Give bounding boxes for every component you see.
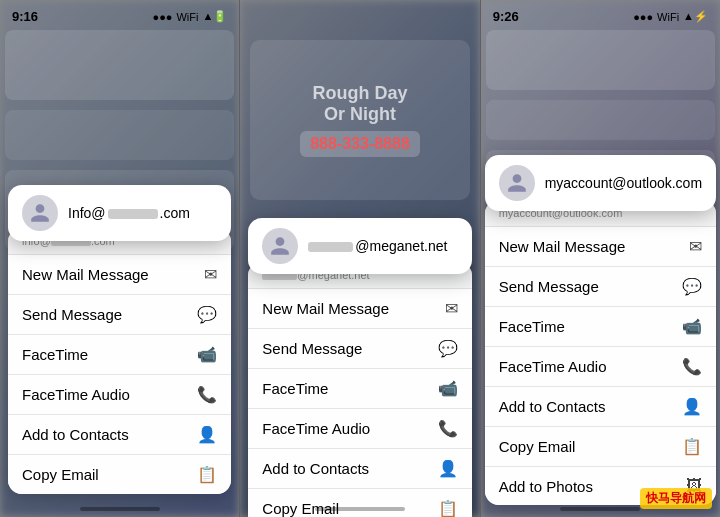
left-battery-icon: ▲🔋 (202, 10, 227, 23)
left-menu-send-message[interactable]: Send Message 💬 (8, 295, 231, 335)
left-menu-new-mail[interactable]: New Mail Message ✉ (8, 255, 231, 295)
mid-menu-send-message[interactable]: Send Message 💬 (248, 329, 471, 369)
right-menu-new-mail-label: New Mail Message (499, 238, 626, 255)
right-menu-copy-email[interactable]: Copy Email 📋 (485, 427, 716, 467)
left-menu-add-contacts-icon: 👤 (197, 425, 217, 444)
left-menu-copy-email-icon: 📋 (197, 465, 217, 484)
mid-menu-send-message-icon: 💬 (438, 339, 458, 358)
mid-menu-new-mail-label: New Mail Message (262, 300, 389, 317)
left-avatar-icon (29, 202, 51, 224)
right-wifi-icon: WiFi (657, 11, 679, 23)
left-menu-facetime-icon: 📹 (197, 345, 217, 364)
left-menu-facetime-audio[interactable]: FaceTime Audio 📞 (8, 375, 231, 415)
right-menu-facetime[interactable]: FaceTime 📹 (485, 307, 716, 347)
right-context-menu: myaccount@outlook.com New Mail Message ✉… (485, 200, 716, 505)
left-panel: 9:16 ●●● WiFi ▲🔋 Info@.com info@.com New… (0, 0, 239, 517)
mid-bg-phone: 888-333-8888 (300, 131, 420, 157)
right-signal-icon: ●●● (633, 11, 653, 23)
left-menu-copy-email[interactable]: Copy Email 📋 (8, 455, 231, 494)
mid-menu-add-contacts[interactable]: Add to Contacts 👤 (248, 449, 471, 489)
right-menu-facetime-audio[interactable]: FaceTime Audio 📞 (485, 347, 716, 387)
right-menu-facetime-audio-icon: 📞 (682, 357, 702, 376)
left-menu-facetime-audio-label: FaceTime Audio (22, 386, 130, 403)
left-home-indicator (80, 507, 160, 511)
mid-menu-facetime-icon: 📹 (438, 379, 458, 398)
left-menu-add-contacts-label: Add to Contacts (22, 426, 129, 443)
right-avatar-icon (506, 172, 528, 194)
mid-menu-new-mail-icon: ✉ (445, 299, 458, 318)
left-contact-email: Info@.com (68, 205, 190, 221)
right-menu-send-message-icon: 💬 (682, 277, 702, 296)
right-battery-icon: ▲⚡ (683, 10, 708, 23)
mid-menu-add-contacts-icon: 👤 (438, 459, 458, 478)
mid-contact-card[interactable]: @meganet.net (248, 218, 471, 274)
mid-bg-headline: Rough DayOr Night (312, 83, 407, 125)
right-menu-add-contacts-label: Add to Contacts (499, 398, 606, 415)
left-menu-facetime[interactable]: FaceTime 📹 (8, 335, 231, 375)
mid-menu-facetime-audio[interactable]: FaceTime Audio 📞 (248, 409, 471, 449)
mid-menu-facetime-audio-icon: 📞 (438, 419, 458, 438)
left-menu-new-mail-label: New Mail Message (22, 266, 149, 283)
mid-menu-new-mail[interactable]: New Mail Message ✉ (248, 289, 471, 329)
left-menu-new-mail-icon: ✉ (204, 265, 217, 284)
right-status-bar: 9:26 ●●● WiFi ▲⚡ (481, 0, 720, 28)
mid-menu-copy-email-icon: 📋 (438, 499, 458, 517)
right-menu-facetime-icon: 📹 (682, 317, 702, 336)
left-menu-send-message-icon: 💬 (197, 305, 217, 324)
right-menu-new-mail-icon: ✉ (689, 237, 702, 256)
right-menu-add-contacts[interactable]: Add to Contacts 👤 (485, 387, 716, 427)
mid-menu-send-message-label: Send Message (262, 340, 362, 357)
mid-menu-add-contacts-label: Add to Contacts (262, 460, 369, 477)
right-avatar (499, 165, 535, 201)
left-status-icons: ●●● WiFi ▲🔋 (153, 10, 228, 23)
right-menu-facetime-label: FaceTime (499, 318, 565, 335)
mid-panel: Rough DayOr Night 888-333-8888 @meganet.… (240, 0, 479, 517)
right-menu-facetime-audio-label: FaceTime Audio (499, 358, 607, 375)
mid-menu-facetime-audio-label: FaceTime Audio (262, 420, 370, 437)
right-contact-email: myaccount@outlook.com (545, 175, 702, 191)
right-menu-add-photos-label: Add to Photos (499, 478, 593, 495)
left-signal-icon: ●●● (153, 11, 173, 23)
left-time: 9:16 (12, 9, 38, 24)
mid-avatar-icon (269, 235, 291, 257)
right-menu-new-mail[interactable]: New Mail Message ✉ (485, 227, 716, 267)
left-status-bar: 9:16 ●●● WiFi ▲🔋 (0, 0, 239, 28)
right-home-indicator (560, 507, 640, 511)
left-menu-copy-email-label: Copy Email (22, 466, 99, 483)
mid-home-indicator (315, 507, 405, 511)
right-time: 9:26 (493, 9, 519, 24)
left-menu-send-message-label: Send Message (22, 306, 122, 323)
left-context-menu: info@.com New Mail Message ✉ Send Messag… (8, 228, 231, 494)
mid-menu-copy-email[interactable]: Copy Email 📋 (248, 489, 471, 517)
right-menu-send-message[interactable]: Send Message 💬 (485, 267, 716, 307)
left-menu-add-contacts[interactable]: Add to Contacts 👤 (8, 415, 231, 455)
mid-bg-card: Rough DayOr Night 888-333-8888 (250, 40, 469, 200)
watermark: 快马导航网 (640, 488, 712, 509)
mid-contact-email: @meganet.net (308, 238, 447, 254)
mid-menu-facetime-label: FaceTime (262, 380, 328, 397)
mid-context-menu: @meganet.net New Mail Message ✉ Send Mes… (248, 262, 471, 517)
right-menu-copy-email-label: Copy Email (499, 438, 576, 455)
right-contact-card[interactable]: myaccount@outlook.com (485, 155, 716, 211)
left-wifi-icon: WiFi (176, 11, 198, 23)
right-menu-copy-email-icon: 📋 (682, 437, 702, 456)
right-menu-add-contacts-icon: 👤 (682, 397, 702, 416)
left-menu-facetime-label: FaceTime (22, 346, 88, 363)
left-avatar (22, 195, 58, 231)
mid-avatar (262, 228, 298, 264)
left-menu-facetime-audio-icon: 📞 (197, 385, 217, 404)
right-panel: 9:26 ●●● WiFi ▲⚡ myaccount@outlook.com m… (481, 0, 720, 517)
right-menu-send-message-label: Send Message (499, 278, 599, 295)
right-status-icons: ●●● WiFi ▲⚡ (633, 10, 708, 23)
mid-menu-facetime[interactable]: FaceTime 📹 (248, 369, 471, 409)
left-contact-card[interactable]: Info@.com (8, 185, 231, 241)
